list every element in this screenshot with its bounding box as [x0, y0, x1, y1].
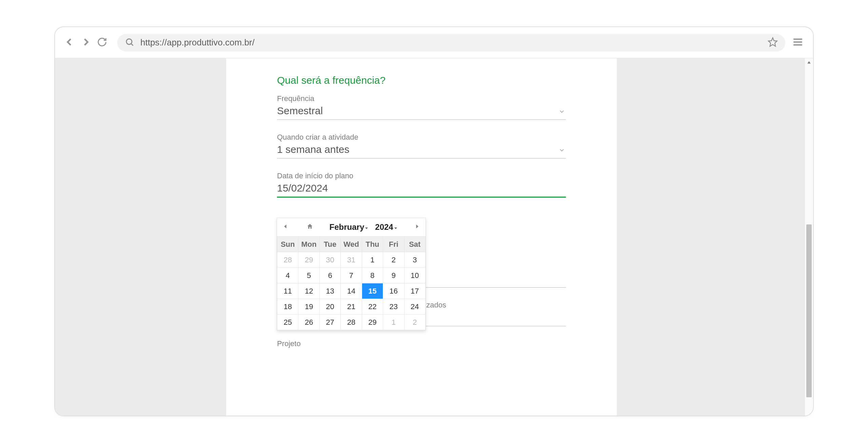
calendar-day[interactable]: 22 [362, 299, 383, 315]
calendar-grid: SunMonTueWedThuFriSat 282930311234567891… [277, 236, 426, 330]
prev-month-icon[interactable] [281, 222, 291, 233]
calendar-day[interactable]: 8 [362, 268, 383, 283]
svg-marker-9 [394, 227, 397, 229]
field-label: Frequência [277, 94, 566, 103]
calendar-day[interactable]: 9 [383, 268, 404, 283]
browser-toolbar: https://app.produttivo.com.br/ [55, 27, 813, 58]
calendar-day[interactable]: 1 [383, 315, 404, 330]
scrollbar-thumb[interactable] [806, 224, 812, 397]
calendar-day[interactable]: 7 [341, 268, 362, 283]
calendar-day[interactable]: 21 [341, 299, 362, 315]
calendar-day[interactable]: 1 [362, 252, 383, 268]
calendar-day[interactable]: 20 [319, 299, 340, 315]
calendar-day[interactable]: 19 [298, 299, 319, 315]
calendar-day[interactable]: 13 [319, 283, 340, 299]
calendar-dow: Sun [277, 237, 298, 252]
frequencia-select[interactable]: Semestral [277, 104, 566, 120]
field-label: Projeto [277, 339, 566, 348]
year-select[interactable]: 2024 [375, 222, 397, 232]
page-gutter-right [617, 58, 805, 416]
calendar-day[interactable]: 15 [362, 283, 383, 299]
menu-icon[interactable] [792, 36, 804, 49]
calendar-day[interactable]: 14 [341, 283, 362, 299]
calendar-day[interactable]: 4 [277, 268, 298, 283]
svg-marker-8 [365, 227, 368, 229]
calendar-day[interactable]: 23 [383, 299, 404, 315]
svg-line-1 [131, 44, 133, 45]
calendar-day[interactable]: 16 [383, 283, 404, 299]
date-picker: February 2024 SunMonTueWedThuFriSat 2829… [277, 218, 426, 331]
scrollbar-up-icon[interactable] [807, 60, 811, 64]
calendar-dow: Thu [362, 237, 383, 252]
calendar-day[interactable]: 30 [319, 252, 340, 268]
calendar-day[interactable]: 2 [383, 252, 404, 268]
field-frequencia: Frequência Semestral [277, 94, 566, 120]
chevron-down-icon [558, 106, 565, 117]
date-picker-title: February 2024 [330, 222, 397, 232]
reload-icon[interactable] [97, 37, 107, 48]
calendar-day[interactable]: 29 [362, 315, 383, 330]
calendar-day[interactable]: 12 [298, 283, 319, 299]
caret-down-icon [394, 222, 397, 232]
quando-criar-select[interactable]: 1 semana antes [277, 142, 566, 159]
calendar-day[interactable]: 11 [277, 283, 298, 299]
calendar-dow: Mon [298, 237, 319, 252]
url-text: https://app.produttivo.com.br/ [140, 37, 255, 48]
field-data-inicio: Data de início do plano 15/02/2024 [277, 172, 566, 198]
chevron-down-icon [558, 144, 565, 156]
home-icon[interactable] [305, 222, 315, 233]
browser-content: Qual será a frequência? Frequência Semes… [55, 58, 813, 416]
calendar-dow: Tue [319, 237, 340, 252]
url-bar[interactable]: https://app.produttivo.com.br/ [117, 34, 785, 52]
caret-down-icon [365, 222, 368, 232]
nav-buttons [63, 36, 107, 49]
year-label: 2024 [375, 222, 393, 232]
svg-marker-6 [807, 61, 811, 63]
bookmark-star-icon[interactable] [768, 37, 778, 48]
field-label: Quando criar a atividade [277, 133, 566, 142]
scrollbar-track[interactable] [805, 58, 813, 416]
month-select[interactable]: February [330, 222, 369, 232]
calendar-day[interactable]: 28 [341, 315, 362, 330]
calendar-day[interactable]: 31 [341, 252, 362, 268]
data-inicio-input[interactable]: 15/02/2024 [277, 181, 566, 198]
section-heading-frequency: Qual será a frequência? [277, 75, 566, 86]
month-label: February [330, 222, 364, 232]
svg-marker-7 [284, 224, 287, 228]
calendar-day[interactable]: 28 [277, 252, 298, 268]
back-icon[interactable] [63, 36, 75, 49]
field-projeto: Projeto [277, 339, 566, 348]
browser-window: https://app.produttivo.com.br/ Qual será… [54, 26, 814, 416]
date-picker-header: February 2024 [277, 218, 426, 236]
calendar-dow: Wed [341, 237, 362, 252]
field-quando-criar: Quando criar a atividade 1 semana antes [277, 133, 566, 159]
calendar-day[interactable]: 5 [298, 268, 319, 283]
forward-icon[interactable] [80, 36, 92, 49]
calendar-day[interactable]: 18 [277, 299, 298, 315]
calendar-dow: Sat [404, 237, 425, 252]
field-value-text: Semestral [277, 105, 323, 116]
next-month-icon[interactable] [412, 222, 421, 233]
svg-marker-2 [769, 38, 777, 46]
calendar-day[interactable]: 26 [298, 315, 319, 330]
calendar-day[interactable]: 2 [404, 315, 425, 330]
calendar-day[interactable]: 27 [319, 315, 340, 330]
field-label: Data de início do plano [277, 172, 566, 180]
calendar-day[interactable]: 6 [319, 268, 340, 283]
calendar-day[interactable]: 17 [404, 283, 425, 299]
calendar-day[interactable]: 3 [404, 252, 425, 268]
calendar-day[interactable]: 24 [404, 299, 425, 315]
page-gutter-left [55, 58, 226, 416]
calendar-day[interactable]: 25 [277, 315, 298, 330]
calendar-day[interactable]: 29 [298, 252, 319, 268]
calendar-day[interactable]: 10 [404, 268, 425, 283]
svg-point-0 [126, 39, 132, 44]
field-value-text: 15/02/2024 [277, 182, 328, 194]
search-icon [125, 37, 134, 48]
calendar-dow: Fri [383, 237, 404, 252]
field-value-text: 1 semana antes [277, 144, 349, 155]
svg-marker-10 [416, 224, 418, 228]
